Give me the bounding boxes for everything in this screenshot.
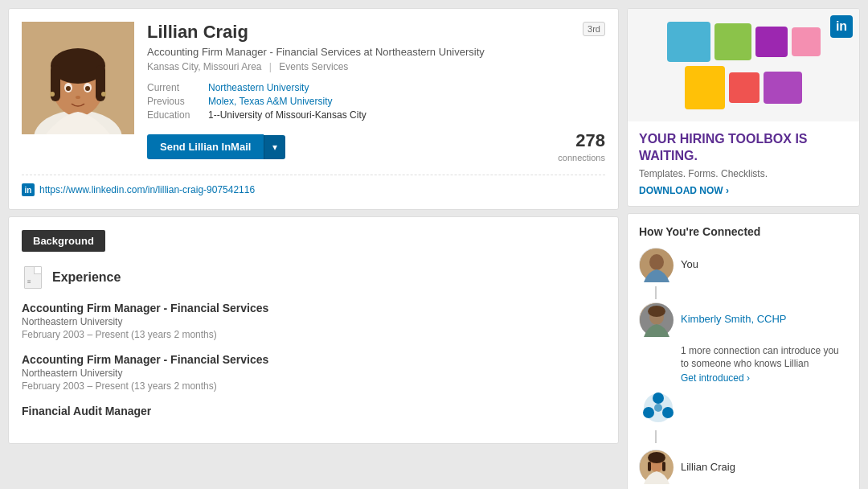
circle-node xyxy=(641,390,676,425)
background-card: Background Experience Accounting Firm Ma… xyxy=(8,216,619,444)
sq-3 xyxy=(755,27,788,57)
profile-url-bar: in https://www.linkedin.com/in/lillian-c… xyxy=(22,175,605,196)
you-label: You xyxy=(681,258,698,270)
experience-heading: Experience xyxy=(52,270,121,285)
sq-7 xyxy=(764,72,802,104)
current-row: Current Northeastern University xyxy=(147,82,605,93)
intro-text: 1 more connection can introduce you to s… xyxy=(681,344,848,372)
education-row: Education 1--University of Missouri-Kans… xyxy=(147,109,605,121)
job-entry-0: Accounting Firm Manager - Financial Serv… xyxy=(22,302,605,340)
experience-icon xyxy=(22,265,44,290)
get-introduced-link[interactable]: Get introduced › xyxy=(681,372,750,384)
kimberly-name[interactable]: Kimberly Smith, CCHP xyxy=(681,313,786,325)
ad-squares xyxy=(647,14,840,117)
connections-number: 278 xyxy=(558,130,605,151)
ad-headline: YOUR HIRING TOOLBOX IS WAITING. xyxy=(639,131,848,165)
connection-line-1 xyxy=(655,286,657,299)
job-dates-1: February 2003 – Present (13 years 2 mont… xyxy=(22,380,605,392)
kimberly-row: Kimberly Smith, CCHP xyxy=(639,302,786,336)
previous-value[interactable]: Molex, Texas A&M University xyxy=(208,96,333,107)
job-title-1: Accounting Firm Manager - Financial Serv… xyxy=(22,353,605,366)
sq-5 xyxy=(685,66,725,109)
circle-node-row xyxy=(641,390,676,425)
svg-point-9 xyxy=(66,86,71,91)
experience-title-row: Experience xyxy=(22,265,605,290)
job-title-2: Financial Audit Manager xyxy=(22,405,605,417)
doc-icon xyxy=(24,266,42,289)
background-tab: Background xyxy=(22,230,105,252)
kimberly-avatar xyxy=(639,302,673,336)
profile-url[interactable]: https://www.linkedin.com/in/lillian-crai… xyxy=(39,184,255,195)
profile-info: 3rd Lillian Craig Accounting Firm Manage… xyxy=(147,22,605,170)
profile-location: Kansas City, Missouri Area | Events Serv… xyxy=(147,61,605,72)
previous-row: Previous Molex, Texas A&M University xyxy=(147,96,605,107)
svg-point-22 xyxy=(662,407,674,418)
job-title-0: Accounting Firm Manager - Financial Serv… xyxy=(22,302,605,314)
svg-rect-27 xyxy=(648,462,651,471)
profile-photo xyxy=(22,22,134,134)
ad-subtext: Templates. Forms. Checklists. xyxy=(639,168,848,179)
you-avatar xyxy=(639,248,673,281)
job-dates-0: February 2003 – Present (13 years 2 mont… xyxy=(22,329,605,340)
ad-linkedin-icon: in xyxy=(830,15,853,38)
previous-label: Previous xyxy=(147,96,202,107)
degree-badge: 3rd xyxy=(583,22,605,36)
sq-4 xyxy=(792,27,821,56)
education-label: Education xyxy=(147,109,202,121)
job-entry-1: Accounting Firm Manager - Financial Serv… xyxy=(22,353,605,392)
svg-point-10 xyxy=(85,86,90,91)
svg-point-21 xyxy=(643,407,654,418)
lillian-row: Lillian Craig xyxy=(639,450,735,483)
sq-6 xyxy=(729,72,760,103)
location-separator: | xyxy=(269,61,272,72)
connections-count: 278 connections xyxy=(558,130,605,163)
profile-headline: Accounting Firm Manager - Financial Serv… xyxy=(147,46,605,58)
svg-point-12 xyxy=(50,92,55,97)
svg-point-18 xyxy=(648,306,665,317)
connection-line-2 xyxy=(655,430,657,443)
svg-point-23 xyxy=(654,404,662,412)
education-value: 1--University of Missouri-Kansas City xyxy=(208,109,366,121)
connected-title: How You're Connected xyxy=(639,225,848,238)
current-value[interactable]: Northeastern University xyxy=(208,82,309,93)
profile-card: 3rd Lillian Craig Accounting Firm Manage… xyxy=(8,8,619,210)
job-company-0: Northeastern University xyxy=(22,316,605,327)
lillian-avatar xyxy=(639,450,673,483)
experience-section: Experience Accounting Firm Manager - Fin… xyxy=(22,265,605,417)
ad-cta[interactable]: DOWNLOAD NOW › xyxy=(639,185,729,196)
connections-label: connections xyxy=(558,153,605,162)
location-text: Kansas City, Missouri Area xyxy=(147,61,262,72)
current-label: Current xyxy=(147,82,202,93)
svg-point-11 xyxy=(76,96,80,99)
sq-2 xyxy=(714,23,751,60)
how-connected-card: How You're Connected You xyxy=(627,213,860,489)
svg-point-15 xyxy=(649,254,664,270)
job-entry-2: Financial Audit Manager xyxy=(22,405,605,417)
inmail-dropdown-button[interactable]: ▾ xyxy=(264,135,285,159)
ad-body: YOUR HIRING TOOLBOX IS WAITING. Template… xyxy=(628,121,859,206)
you-row: You xyxy=(639,248,698,281)
inmail-button[interactable]: Send Lillian InMail xyxy=(147,134,264,159)
profile-name: Lillian Craig xyxy=(147,22,605,43)
ad-header: in xyxy=(628,9,859,121)
job-company-1: Northeastern University xyxy=(22,368,605,379)
industry-text: Events Services xyxy=(279,61,348,72)
ad-card: in YOUR HIRING TOOLBOX IS WAITING. Temp xyxy=(627,8,860,207)
profile-details: Current Northeastern University Previous… xyxy=(147,82,605,121)
connection-chain: You Kimberly Smith, CCHP xyxy=(639,248,848,484)
profile-actions: Send Lillian InMail ▾ 278 connections xyxy=(147,130,605,163)
svg-point-13 xyxy=(101,92,106,97)
sq-1 xyxy=(667,22,710,62)
svg-rect-28 xyxy=(662,462,665,471)
linkedin-icon: in xyxy=(22,183,35,196)
lillian-label: Lillian Craig xyxy=(681,461,735,473)
svg-point-26 xyxy=(648,452,665,463)
svg-point-20 xyxy=(653,392,664,404)
